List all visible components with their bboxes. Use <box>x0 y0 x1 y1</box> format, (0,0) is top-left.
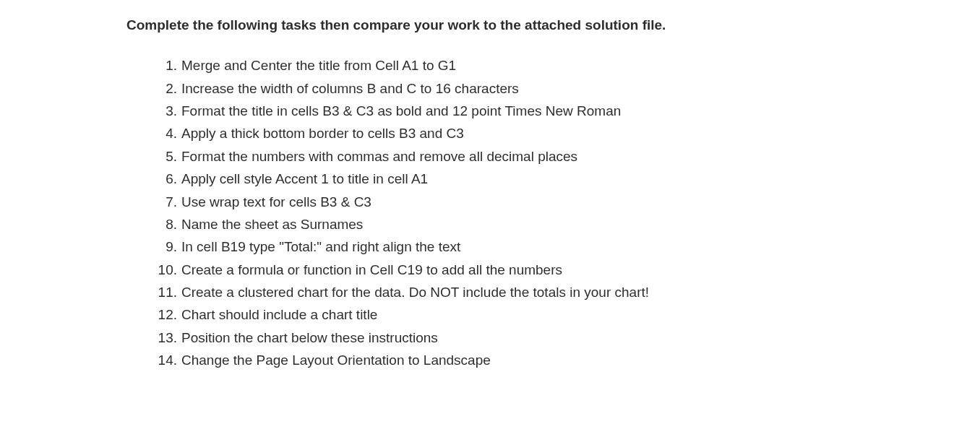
task-item: Chart should include a chart title <box>158 303 980 326</box>
task-item: Apply a thick bottom border to cells B3 … <box>158 122 980 144</box>
task-item: In cell B19 type "Total:" and right alig… <box>158 235 980 258</box>
task-item: Merge and Center the title from Cell A1 … <box>158 54 980 77</box>
task-list: Merge and Center the title from Cell A1 … <box>126 54 980 371</box>
instructions-header: Complete the following tasks then compar… <box>126 14 748 35</box>
task-item: Format the title in cells B3 & C3 as bol… <box>158 100 980 122</box>
task-item: Change the Page Layout Orientation to La… <box>158 349 980 371</box>
task-item: Name the sheet as Surnames <box>158 213 980 235</box>
task-item: Apply cell style Accent 1 to title in ce… <box>158 168 980 190</box>
task-item: Create a formula or function in Cell C19… <box>158 259 980 281</box>
task-item: Use wrap text for cells B3 & C3 <box>158 191 980 213</box>
task-item: Create a clustered chart for the data. D… <box>158 281 980 303</box>
task-item: Position the chart below these instructi… <box>158 326 980 349</box>
task-item: Increase the width of columns B and C to… <box>158 77 980 100</box>
task-item: Format the numbers with commas and remov… <box>158 145 980 168</box>
